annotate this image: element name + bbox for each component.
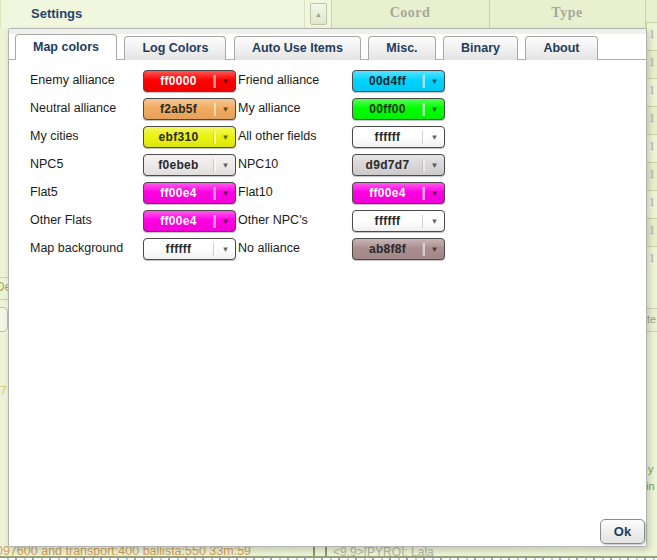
color-value: d9d7d7 (353, 158, 422, 172)
color-label: Neutral alliance (30, 101, 116, 115)
color-value: ebf310 (144, 130, 213, 144)
color-label: NPC5 (30, 157, 63, 171)
color-value: ff0000 (144, 74, 213, 88)
tab-binary[interactable]: Binary (443, 36, 518, 60)
color-label: Friend alliance (238, 73, 319, 87)
color-dropdown[interactable]: ab8f8f ▼ (352, 238, 445, 260)
color-dropdown[interactable]: 00ff00 ▼ (352, 98, 445, 120)
color-row: NPC5 f0ebeb ▼ NPC10 d9d7d7 ▼ (9, 154, 646, 176)
color-dropdown[interactable]: f0ebeb ▼ (143, 154, 236, 176)
chevron-down-icon: ▼ (425, 189, 444, 198)
color-dropdown[interactable]: ffffff ▼ (143, 238, 236, 260)
column-header-type: Type (489, 5, 645, 21)
color-dropdown[interactable]: ebf310 ▼ (143, 126, 236, 148)
color-label: My alliance (238, 101, 301, 115)
color-dropdown[interactable]: ff00e4 ▼ (143, 182, 236, 204)
color-label: Flat5 (30, 185, 58, 199)
screen: Coord Type 1 1 1 1 1 1 1 1 1 te y in De … (0, 0, 657, 560)
color-value: 00d4ff (353, 74, 422, 88)
chevron-down-icon: ▼ (425, 245, 444, 254)
tab-bar: Map colors Log Colors Auto Use Items Mis… (9, 34, 646, 60)
ok-button[interactable]: Ok (600, 519, 645, 544)
dialog-titlebar: Settings ▲ (0, 0, 331, 28)
background-number-column: 1 1 1 1 1 1 1 1 1 (646, 22, 657, 274)
chevron-down-icon: ▼ (425, 133, 444, 142)
color-dropdown[interactable]: f2ab5f ▼ (143, 98, 236, 120)
chevron-down-icon: ▼ (425, 105, 444, 114)
color-row: Map background ffffff ▼ No alliance ab8f… (9, 238, 646, 260)
color-row: Neutral alliance f2ab5f ▼ My alliance 00… (9, 98, 646, 120)
tab-map-colors[interactable]: Map colors (15, 34, 117, 60)
table-row-number: 1 (647, 50, 657, 78)
color-value: ffffff (353, 130, 422, 144)
background-partial-cell: te (646, 308, 657, 332)
color-value: f2ab5f (144, 102, 213, 116)
divider (313, 547, 315, 556)
color-label: All other fields (238, 129, 317, 143)
color-row: Flat5 ff00e4 ▼ Flat10 ff00e4 ▼ (9, 182, 646, 204)
tab-log-colors[interactable]: Log Colors (124, 36, 226, 60)
color-dropdown[interactable]: ff00e4 ▼ (352, 182, 445, 204)
background-partial-text: in (646, 480, 655, 492)
color-label: Map background (30, 241, 123, 255)
chevron-down-icon: ▼ (216, 133, 235, 142)
color-label: My cities (30, 129, 79, 143)
divider (0, 299, 8, 300)
color-value: ffffff (353, 214, 422, 228)
background-partial-text: 7 (0, 384, 7, 398)
color-dropdown[interactable]: d9d7d7 ▼ (352, 154, 445, 176)
color-dropdown[interactable]: 00d4ff ▼ (352, 70, 445, 92)
color-label: Other NPC's (238, 213, 308, 227)
chevron-down-icon: ▼ (425, 77, 444, 86)
divider (304, 0, 305, 28)
scroll-up-button[interactable]: ▲ (310, 3, 327, 25)
chevron-down-icon: ▼ (216, 189, 235, 198)
chevron-down-icon: ▼ (425, 161, 444, 170)
background-table-header: Coord Type (331, 0, 657, 29)
color-dropdown[interactable]: ff00e4 ▼ (143, 210, 236, 232)
table-row-number: 1 (647, 218, 657, 246)
table-row-number: 1 (647, 106, 657, 134)
color-value: ff00e4 (144, 186, 213, 200)
divider (325, 547, 327, 556)
color-value: ff00e4 (144, 214, 213, 228)
table-row-number: 1 (647, 134, 657, 162)
triangle-up-icon: ▲ (315, 11, 322, 18)
settings-dialog: Map colors Log Colors Auto Use Items Mis… (8, 28, 647, 547)
chevron-down-icon: ▼ (216, 77, 235, 86)
table-row-number: 1 (647, 162, 657, 190)
color-dropdown[interactable]: ff0000 ▼ (143, 70, 236, 92)
color-row: Enemy alliance ff0000 ▼ Friend alliance … (9, 70, 646, 92)
color-label: No alliance (238, 241, 300, 255)
color-value: ffffff (144, 242, 213, 256)
chevron-down-icon: ▼ (216, 105, 235, 114)
tab-misc[interactable]: Misc. (368, 36, 435, 60)
chevron-down-icon: ▼ (425, 217, 444, 226)
table-row-number: 1 (647, 246, 657, 274)
color-label: Enemy alliance (30, 73, 115, 87)
page-title: Settings (31, 6, 82, 21)
color-value: f0ebeb (144, 158, 213, 172)
color-label: Other Flats (30, 213, 92, 227)
table-row-number: 1 (647, 22, 657, 50)
color-value: ab8f8f (353, 242, 422, 256)
table-row-number: 1 (647, 190, 657, 218)
color-row: Other Flats ff00e4 ▼ Other NPC's ffffff … (9, 210, 646, 232)
color-value: 00ff00 (353, 102, 422, 116)
column-header-coord: Coord (331, 5, 489, 21)
color-label: Flat10 (238, 185, 273, 199)
divider (0, 277, 8, 278)
color-value: ff00e4 (353, 186, 422, 200)
table-row-number: 1 (647, 78, 657, 106)
color-dropdown[interactable]: ffffff ▼ (352, 210, 445, 232)
background-partial-text: y (648, 463, 654, 475)
tab-auto-use-items[interactable]: Auto Use Items (234, 36, 361, 60)
chevron-down-icon: ▼ (216, 161, 235, 170)
color-dropdown[interactable]: ffffff ▼ (352, 126, 445, 148)
tab-about[interactable]: About (525, 36, 597, 60)
chevron-down-icon: ▼ (216, 217, 235, 226)
background-partial-button (0, 307, 8, 332)
color-label: NPC10 (238, 157, 278, 171)
color-row: My cities ebf310 ▼ All other fields ffff… (9, 126, 646, 148)
chevron-down-icon: ▼ (216, 245, 235, 254)
